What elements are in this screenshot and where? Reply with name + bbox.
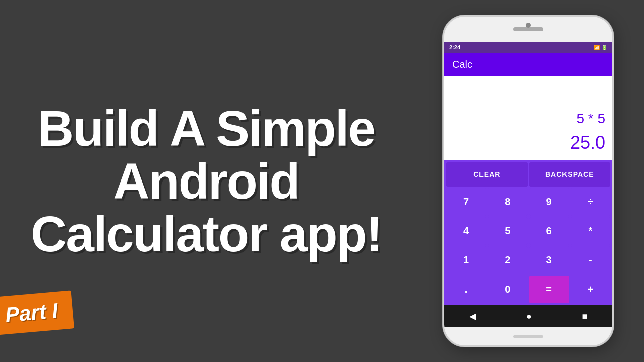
key-1[interactable]: 1 [446, 246, 486, 274]
left-section: Build A Simple Android Calculator app! P… [0, 0, 413, 362]
key-multiply[interactable]: * [571, 217, 610, 245]
key-3[interactable]: 3 [529, 246, 569, 274]
display-result: 25.0 [451, 132, 605, 155]
key-equals[interactable]: = [529, 276, 569, 303]
key-divide[interactable]: ÷ [571, 188, 610, 216]
key-add[interactable]: + [571, 276, 610, 303]
display-expression: 5 * 5 [451, 111, 605, 130]
phone-frame: 2:24 📶 🔋 Calc 5 * 5 25.0 CLEAR BACKS [443, 15, 614, 347]
home-button[interactable]: ● [526, 311, 532, 322]
title-line2: Android [113, 153, 299, 209]
camera [526, 23, 531, 28]
key-5[interactable]: 5 [488, 217, 527, 245]
keypad: CLEAR BACKSPACE 7 8 9 ÷ 4 5 6 * 1 2 3 - … [444, 160, 612, 305]
speaker [513, 27, 543, 31]
key-6[interactable]: 6 [529, 217, 569, 245]
key-7[interactable]: 7 [446, 188, 486, 216]
key-dot[interactable]: . [446, 276, 486, 303]
app-title: Calc [452, 59, 472, 70]
right-section: 2:24 📶 🔋 Calc 5 * 5 25.0 CLEAR BACKS [413, 0, 644, 362]
calc-display: 5 * 5 25.0 [444, 76, 612, 160]
key-0[interactable]: 0 [488, 276, 527, 303]
clear-button[interactable]: CLEAR [446, 162, 528, 187]
title-line3: Calculator app! [31, 206, 382, 262]
nav-bar: ◀ ● ■ [444, 305, 612, 327]
key-9[interactable]: 9 [529, 188, 569, 216]
key-subtract[interactable]: - [571, 246, 610, 274]
part-badge: Part I [0, 290, 74, 335]
recent-button[interactable]: ■ [582, 311, 587, 322]
key-2[interactable]: 2 [488, 246, 527, 274]
status-bar: 2:24 📶 🔋 [444, 42, 612, 53]
app-toolbar: Calc [444, 53, 612, 76]
key-4[interactable]: 4 [446, 217, 486, 245]
status-icons: 📶 🔋 [594, 45, 607, 50]
home-indicator [513, 335, 543, 338]
main-title: Build A Simple Android Calculator app! [31, 102, 382, 260]
back-button[interactable]: ◀ [469, 311, 476, 322]
title-line1: Build A Simple [38, 100, 375, 156]
phone-top [444, 17, 612, 42]
backspace-button[interactable]: BACKSPACE [529, 162, 611, 187]
status-time: 2:24 [449, 44, 460, 50]
phone-screen: 2:24 📶 🔋 Calc 5 * 5 25.0 CLEAR BACKS [444, 42, 612, 327]
key-8[interactable]: 8 [488, 188, 527, 216]
phone-bottom [444, 327, 612, 345]
